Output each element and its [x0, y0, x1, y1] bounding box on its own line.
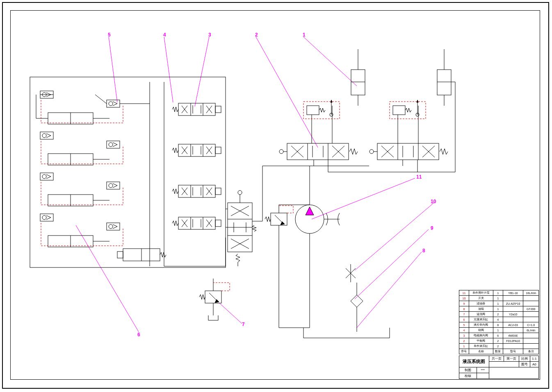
bom-row: 1单作液压缸2 [459, 344, 539, 349]
bom-row: 7溢流阀2Y2a10 [459, 312, 539, 317]
svg-rect-32 [117, 252, 123, 258]
svg-rect-29 [30, 77, 226, 267]
bom-row: 10开关1 [459, 296, 539, 301]
bom-row: 5液控单向阀8AC2-03C=1.0 [459, 322, 539, 328]
drawing-title: 液压系统图 [459, 356, 489, 367]
bom-table: 11单作用叶片泵1YB1-1616L/min10开关19滤油器1ZU-A25*1… [459, 290, 539, 354]
page: 5 4 3 2 1 11 10 9 8 6 7 [0, 0, 552, 392]
bom-row: 4钳阀16L/min [459, 328, 539, 333]
bom-row: 9滤油器1ZU-A25*10 [459, 301, 539, 306]
svg-rect-81 [377, 143, 439, 160]
bom-row: 2平衡阀2FD12PA10 [459, 338, 539, 344]
svg-marker-51 [306, 207, 314, 215]
title-block: 液压系统图 共一页 第一页 比例 1:1 图号 A0 制图*** 校核 [459, 356, 539, 379]
svg-point-84 [370, 150, 374, 154]
svg-rect-105 [390, 102, 426, 119]
svg-rect-104 [303, 102, 340, 119]
svg-rect-68 [351, 70, 365, 95]
bom-row: 8油箱1GT200 [459, 306, 539, 312]
bom-row: 3电磁换向阀64WE6E [459, 333, 539, 338]
svg-line-39 [95, 95, 107, 104]
svg-rect-74 [287, 143, 349, 160]
bom-row: 11单作用叶片泵1YB1-1616L/min [459, 290, 539, 296]
svg-rect-71 [437, 70, 451, 95]
svg-point-77 [279, 150, 283, 154]
svg-point-43 [238, 190, 242, 195]
bom-row: 6支腿液压缸4 [459, 317, 539, 322]
